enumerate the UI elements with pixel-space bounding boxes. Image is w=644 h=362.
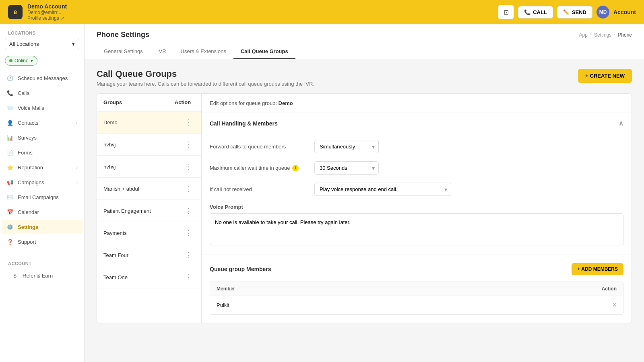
create-new-button[interactable]: + CREATE NEW bbox=[578, 69, 632, 83]
tab-users-extensions[interactable]: Users & Extensions bbox=[173, 44, 233, 59]
sidebar-item-calls[interactable]: 📞 Calls bbox=[2, 86, 83, 100]
call-handling-header[interactable]: Call Handling & Members ∧ bbox=[202, 113, 632, 134]
members-table: Member Action Pulkit × bbox=[210, 282, 623, 315]
sidebar-item-voice-mails[interactable]: 📨 Voice Mails bbox=[2, 101, 83, 115]
if-not-received-label: If call not received bbox=[210, 186, 314, 192]
status-badge[interactable]: Online ▾ bbox=[5, 56, 37, 66]
three-dot-menu[interactable]: ⋮ bbox=[183, 206, 195, 216]
locations-select[interactable]: All Locations ▾ bbox=[5, 38, 79, 50]
tab-ivr[interactable]: IVR bbox=[150, 44, 173, 59]
group-name: Team Four bbox=[103, 252, 183, 258]
group-name: Payments bbox=[103, 230, 183, 236]
if-not-received-select-wrap: Play voice response and end call. ▾ bbox=[314, 183, 451, 196]
forward-calls-label: Forward calls to queue members bbox=[210, 144, 314, 150]
section-title: Call Queue Groups bbox=[97, 69, 314, 79]
sidebar-item-support[interactable]: ❓ Support bbox=[2, 234, 83, 249]
voice-prompt-label: Voice Prompt bbox=[210, 204, 623, 210]
sidebar-item-surveys[interactable]: 📊 Surveys bbox=[2, 130, 83, 145]
group-name: Team One bbox=[103, 274, 183, 280]
sidebar-item-reputation[interactable]: ⭐ Reputation › bbox=[2, 160, 83, 175]
group-row-hvhvj-2[interactable]: hvhvj ⋮ bbox=[97, 156, 201, 178]
three-dot-menu[interactable]: ⋮ bbox=[183, 183, 195, 194]
member-col-header: Member bbox=[217, 286, 592, 292]
tabs: General Settings IVR Users & Extensions … bbox=[97, 44, 632, 59]
breadcrumb-sep-1: › bbox=[590, 32, 592, 38]
star-icon: ⭐ bbox=[6, 164, 14, 171]
sidebar-item-refer-earn[interactable]: $ Refer & Earn bbox=[6, 268, 78, 283]
page-header-top: Phone Settings App › Settings › Phone bbox=[97, 31, 632, 39]
three-dot-menu[interactable]: ⋮ bbox=[183, 250, 195, 260]
topbar: e Demo Account Demo@emitrr... Profile se… bbox=[0, 0, 644, 24]
phone-icon: 📞 bbox=[524, 9, 530, 15]
three-dot-menu[interactable]: ⋮ bbox=[183, 272, 195, 282]
locations-section: LOCATIONS All Locations ▾ Online ▾ bbox=[0, 24, 84, 67]
breadcrumb-settings[interactable]: Settings bbox=[594, 32, 611, 38]
three-dot-menu-demo[interactable]: ⋮ bbox=[183, 117, 195, 128]
remove-member-button[interactable]: × bbox=[592, 301, 617, 309]
sidebar: LOCATIONS All Locations ▾ Online ▾ 🕐 Sch… bbox=[0, 24, 85, 362]
group-row-payments[interactable]: Payments ⋮ bbox=[97, 222, 201, 244]
section-desc: Manage your teams here. Calls can be for… bbox=[97, 81, 314, 87]
chart-icon: 📊 bbox=[6, 134, 14, 141]
three-dot-menu[interactable]: ⋮ bbox=[183, 139, 195, 150]
max-wait-label: Maximum caller wait time in queue i bbox=[210, 165, 314, 171]
page-title: Phone Settings bbox=[97, 31, 149, 39]
chevron-right-icon: › bbox=[76, 165, 78, 170]
sidebar-item-contacts[interactable]: 👤 Contacts › bbox=[2, 115, 83, 130]
forward-calls-select[interactable]: Simultaneously bbox=[314, 140, 379, 153]
voicemail-icon: 📨 bbox=[6, 104, 14, 111]
main-layout: LOCATIONS All Locations ▾ Online ▾ 🕐 Sch… bbox=[0, 24, 644, 362]
group-row-demo[interactable]: Demo ⋮ bbox=[97, 111, 201, 134]
add-members-button[interactable]: + ADD MEMBERS bbox=[572, 263, 623, 275]
calendar-icon: 📅 bbox=[6, 208, 14, 216]
three-dot-menu[interactable]: ⋮ bbox=[183, 161, 195, 172]
group-row-team-four[interactable]: Team Four ⋮ bbox=[97, 244, 201, 266]
profile-settings-link[interactable]: Profile settings ↗ bbox=[27, 15, 67, 21]
call-button[interactable]: 📞 CALL bbox=[518, 6, 553, 19]
sidebar-item-scheduled-messages[interactable]: 🕐 Scheduled Messages bbox=[2, 71, 83, 85]
group-row-team-one[interactable]: Team One ⋮ bbox=[97, 266, 201, 288]
group-name: hvhvj bbox=[103, 142, 183, 148]
tab-general-settings[interactable]: General Settings bbox=[97, 44, 150, 59]
section-title-group: Call Queue Groups Manage your teams here… bbox=[97, 69, 314, 87]
chevron-right-icon: › bbox=[76, 120, 78, 125]
clock-icon: 🕐 bbox=[6, 74, 14, 82]
group-row-patient[interactable]: Patient Engagement ⋮ bbox=[97, 200, 201, 222]
app-logo: e bbox=[8, 5, 23, 19]
account-label[interactable]: Account bbox=[613, 9, 636, 15]
topbar-left: e Demo Account Demo@emitrr... Profile se… bbox=[8, 3, 67, 21]
breadcrumb-app[interactable]: App bbox=[579, 32, 588, 38]
megaphone-icon: 📢 bbox=[6, 179, 14, 186]
sidebar-item-email-campaigns[interactable]: ✉️ Email Campaigns bbox=[2, 190, 83, 204]
groups-list-header: Groups Action bbox=[97, 94, 201, 111]
group-row-manish[interactable]: Manish + abdul ⋮ bbox=[97, 178, 201, 200]
call-handling-section: Call Handling & Members ∧ Forward calls … bbox=[202, 113, 632, 255]
notifications-button[interactable]: ⊡ bbox=[498, 5, 514, 19]
voice-prompt-textarea[interactable]: No one is available to take your call. P… bbox=[210, 213, 623, 245]
sidebar-item-settings[interactable]: ⚙️ Settings bbox=[2, 220, 83, 234]
max-wait-select-wrap: 30 Seconds ▾ bbox=[314, 161, 379, 175]
forward-calls-control: Simultaneously ▾ bbox=[314, 140, 623, 153]
action-col-header: Action bbox=[592, 286, 617, 292]
sidebar-item-campaigns[interactable]: 📢 Campaigns › bbox=[2, 175, 83, 189]
account-avatar[interactable]: MD bbox=[597, 6, 609, 19]
close-icon[interactable]: × bbox=[612, 301, 617, 309]
account-name: Demo Account bbox=[27, 3, 67, 10]
group-name: Patient Engagement bbox=[103, 208, 183, 214]
members-table-header: Member Action bbox=[210, 282, 623, 296]
sidebar-item-calendar[interactable]: 📅 Calendar bbox=[2, 205, 83, 219]
members-header: Queue group Members + ADD MEMBERS bbox=[210, 263, 623, 275]
member-row-pulkit: Pulkit × bbox=[210, 296, 623, 315]
three-dot-menu[interactable]: ⋮ bbox=[183, 228, 195, 238]
max-wait-select[interactable]: 30 Seconds bbox=[314, 161, 379, 175]
person-icon: 👤 bbox=[6, 119, 14, 126]
if-not-received-select[interactable]: Play voice response and end call. bbox=[314, 183, 451, 196]
screen-share-icon: ⊡ bbox=[504, 8, 509, 16]
tab-call-queue-groups[interactable]: Call Queue Groups bbox=[233, 44, 295, 59]
status-chevron-icon: ▾ bbox=[31, 58, 33, 64]
send-button[interactable]: ✏️ SEND bbox=[557, 6, 592, 19]
group-row-hvhvj-1[interactable]: hvhvj ⋮ bbox=[97, 134, 201, 156]
group-name: Manish + abdul bbox=[103, 186, 183, 192]
section-header: Call Queue Groups Manage your teams here… bbox=[97, 69, 632, 87]
sidebar-item-forms[interactable]: 📄 Forms bbox=[2, 145, 83, 160]
